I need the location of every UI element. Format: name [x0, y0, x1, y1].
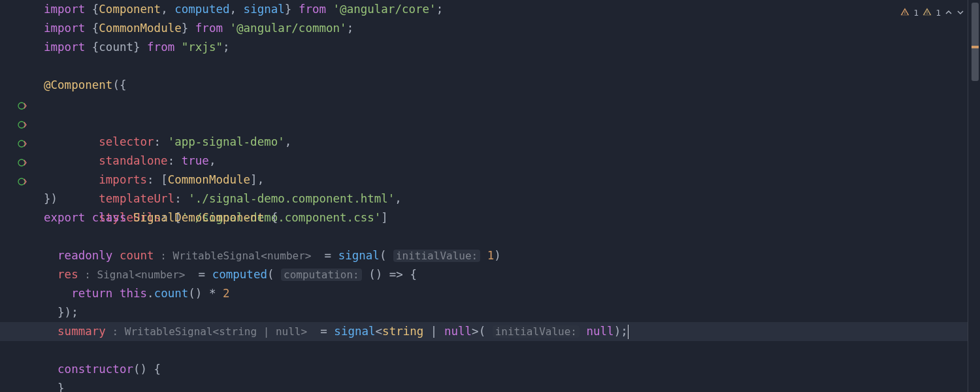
- related-file-icon[interactable]: [17, 99, 29, 110]
- function-call: computed: [212, 268, 267, 281]
- keyword: import: [44, 22, 92, 35]
- code-line[interactable]: [0, 57, 968, 76]
- identifier: CommonModule: [99, 22, 181, 35]
- punct: |: [423, 325, 444, 338]
- param-hint: computation:: [281, 269, 362, 281]
- scrollbar-thumb[interactable]: [972, 3, 979, 81]
- punct: }: [57, 382, 65, 392]
- code-line[interactable]: @Component({: [0, 76, 968, 95]
- keyword: return: [71, 287, 120, 300]
- param-hint: initialValue:: [493, 325, 580, 338]
- string: "rxjs": [182, 41, 223, 54]
- keyword: import: [44, 41, 92, 54]
- code-line[interactable]: standalone: true,: [0, 114, 968, 133]
- code-line[interactable]: export class SignalDemoComponent {: [0, 208, 968, 227]
- punct: ,: [230, 3, 244, 16]
- decorator-name: Component: [51, 78, 113, 91]
- type-hint: : WritableSignal<number>: [154, 250, 318, 262]
- number: 2: [223, 287, 230, 300]
- punct: });: [57, 306, 78, 319]
- code-line[interactable]: [0, 227, 968, 246]
- code-line[interactable]: });: [0, 303, 968, 322]
- function-call: signal: [338, 249, 380, 262]
- identifier: count: [99, 41, 133, 54]
- type-hint: : WritableSignal<string | null>: [106, 325, 314, 338]
- keyword: export: [44, 211, 92, 224]
- code-line[interactable]: }: [0, 379, 968, 392]
- keyword: from: [140, 41, 182, 54]
- code-line[interactable]: import {CommonModule} from '@angular/com…: [0, 19, 968, 38]
- indent: [44, 306, 57, 319]
- code-line[interactable]: import {Component, computed, signal} fro…: [0, 0, 968, 19]
- indent: [44, 363, 57, 376]
- code-line-current[interactable]: summary : WritableSignal<string | null> …: [0, 322, 968, 341]
- indent: [44, 287, 71, 300]
- number: 1: [480, 249, 494, 262]
- punct: );: [614, 325, 628, 338]
- punct: =: [191, 268, 212, 281]
- code-line[interactable]: styleUrls: ['./signal-demo.component.css…: [0, 171, 968, 189]
- punct: {: [92, 3, 99, 16]
- code-area[interactable]: import {Component, computed, signal} fro…: [0, 0, 968, 392]
- param-hint: initialValue:: [393, 250, 480, 262]
- code-editor: 1 1 import {Component, computed, signal}…: [0, 0, 980, 392]
- punct: ;: [223, 41, 230, 54]
- keyword: class: [92, 211, 133, 224]
- keyword: from: [291, 3, 333, 16]
- punct: }: [133, 41, 140, 54]
- punct: >(: [472, 325, 493, 338]
- indent: [44, 382, 57, 392]
- punct: (: [380, 249, 393, 262]
- code-line[interactable]: imports: [CommonModule],: [0, 133, 968, 152]
- identifier: signal: [244, 3, 285, 16]
- keyword: null: [444, 325, 472, 338]
- punct: {: [92, 41, 99, 54]
- code-line[interactable]: readonly count : WritableSignal<number> …: [0, 246, 968, 265]
- punct: =: [318, 249, 338, 262]
- field-name: summary: [57, 325, 106, 338]
- punct: ): [494, 249, 501, 262]
- scrollbar-warning-mark[interactable]: [972, 46, 979, 48]
- svg-point-1: [18, 122, 25, 128]
- code-line[interactable]: constructor() {: [0, 360, 968, 379]
- code-line[interactable]: [0, 341, 968, 360]
- class-name: SignalDemoComponent: [133, 211, 264, 224]
- punct: {: [264, 211, 278, 224]
- svg-point-2: [18, 140, 25, 147]
- identifier: computed: [174, 3, 229, 16]
- keyword: from: [188, 22, 229, 35]
- punct: (: [267, 268, 281, 281]
- arrow-fn: () => {: [362, 268, 417, 281]
- punct: () {: [133, 363, 161, 376]
- related-file-icon[interactable]: [17, 118, 29, 129]
- punct: ;: [436, 3, 444, 16]
- keyword: this: [120, 287, 147, 300]
- keyword: constructor: [57, 363, 133, 376]
- scrollbar-track[interactable]: [968, 0, 980, 392]
- code-line[interactable]: templateUrl: './signal-demo.component.ht…: [0, 152, 968, 171]
- punct: }): [44, 192, 57, 205]
- code-line[interactable]: return this.count() * 2: [0, 284, 968, 303]
- code-line[interactable]: }): [0, 189, 968, 208]
- keyword: null: [580, 325, 614, 338]
- string: '@angular/core': [333, 3, 436, 16]
- indent: [44, 249, 57, 262]
- punct: {: [92, 22, 99, 35]
- svg-point-4: [18, 178, 25, 185]
- related-file-icon[interactable]: [17, 137, 29, 148]
- svg-point-0: [18, 103, 25, 109]
- keyword: import: [44, 3, 92, 16]
- code-line[interactable]: import {count} from "rxjs";: [0, 38, 968, 57]
- punct: .: [147, 287, 154, 300]
- punct: <: [376, 325, 383, 338]
- identifier: Component: [99, 3, 161, 16]
- related-file-icon[interactable]: [17, 174, 29, 186]
- related-file-icon[interactable]: [17, 155, 29, 167]
- punct: }: [182, 22, 189, 35]
- code-line[interactable]: res : Signal<number> = computed( computa…: [0, 265, 968, 284]
- code-line[interactable]: selector: 'app-signal-demo',: [0, 95, 968, 114]
- punct: ,: [161, 3, 174, 16]
- punct: }: [285, 3, 292, 16]
- punct: ;: [347, 22, 354, 35]
- field-name: res: [57, 268, 78, 281]
